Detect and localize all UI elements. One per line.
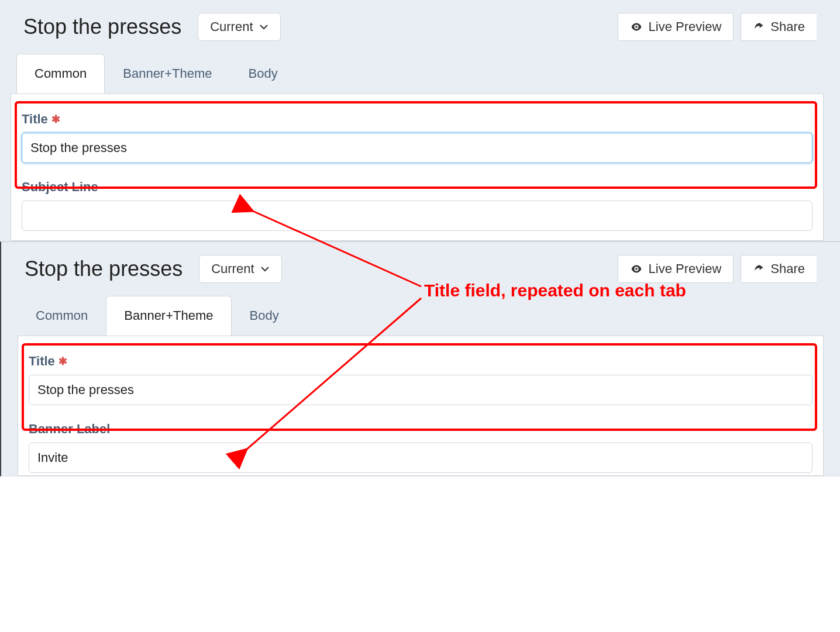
svg-point-0	[635, 26, 638, 28]
tabs-bar: Common Banner+Theme Body	[0, 54, 840, 94]
field-subject-line: Subject Line	[22, 179, 813, 231]
share-button[interactable]: Share	[741, 13, 817, 41]
tab-common[interactable]: Common	[16, 54, 105, 94]
title-input[interactable]	[22, 133, 813, 163]
share-label: Share	[770, 19, 805, 34]
page-title: Stop the presses	[23, 15, 181, 39]
tabs-bar: Common Banner+Theme Body	[1, 296, 840, 336]
field-title: Title ✱	[29, 354, 813, 405]
subject-input[interactable]	[22, 201, 813, 231]
required-asterisk: ✱	[58, 355, 67, 367]
title-input[interactable]	[29, 375, 813, 405]
live-preview-label: Live Preview	[649, 19, 722, 34]
tab-body[interactable]: Body	[230, 54, 296, 94]
tab-banner-theme[interactable]: Banner+Theme	[105, 54, 230, 94]
form-area-banner-theme: Title ✱ Banner Label	[18, 336, 824, 476]
live-preview-button[interactable]: Live Preview	[618, 255, 734, 283]
form-area-common: Title ✱ Subject Line	[11, 94, 824, 241]
svg-point-1	[635, 268, 638, 270]
editor-panel-common: Stop the presses Current Live Preview	[0, 0, 840, 241]
editor-panel-banner-theme: Stop the presses Current Live Preview	[0, 241, 840, 476]
share-icon	[753, 21, 765, 33]
version-label: Current	[211, 261, 254, 277]
version-label: Current	[210, 19, 253, 34]
chevron-down-icon	[260, 264, 270, 274]
chevron-down-icon	[259, 22, 268, 32]
page-title: Stop the presses	[25, 257, 183, 281]
live-preview-button[interactable]: Live Preview	[618, 13, 734, 41]
version-dropdown[interactable]: Current	[198, 13, 280, 41]
banner-label-label: Banner Label	[29, 422, 813, 437]
eye-icon	[630, 263, 643, 275]
share-label: Share	[770, 261, 805, 277]
title-label: Title ✱	[29, 354, 813, 369]
field-banner-label: Banner Label	[29, 422, 813, 473]
banner-label-input[interactable]	[29, 443, 813, 473]
page-header: Stop the presses Current Live Preview	[1, 242, 840, 296]
tab-banner-theme[interactable]: Banner+Theme	[106, 296, 231, 336]
required-asterisk: ✱	[51, 113, 60, 125]
tab-common[interactable]: Common	[18, 296, 106, 336]
share-button[interactable]: Share	[741, 255, 817, 283]
share-icon	[753, 263, 765, 275]
subject-label: Subject Line	[22, 179, 813, 195]
field-title: Title ✱	[22, 112, 813, 163]
eye-icon	[630, 20, 643, 33]
tab-body[interactable]: Body	[232, 296, 297, 336]
title-label: Title ✱	[22, 112, 813, 127]
page-header: Stop the presses Current Live Preview	[0, 0, 840, 54]
live-preview-label: Live Preview	[649, 261, 722, 277]
version-dropdown[interactable]: Current	[199, 255, 281, 283]
